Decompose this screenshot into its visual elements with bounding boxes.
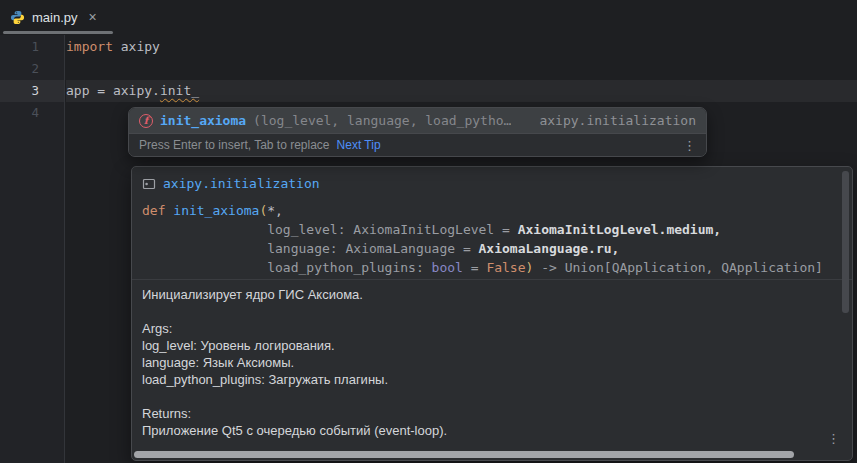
line-number: 4 [0,102,64,124]
more-options-icon[interactable]: ⋮ [827,431,840,446]
editor-tab-bar: main.py × [0,0,857,35]
doc-signature: def init_axioma(*, log_level: AxiomaInit… [142,201,823,277]
documentation-popup: axipy.initialization def init_axioma(*, … [131,166,853,461]
line-number: 1 [0,36,64,58]
typed-identifier: init_ [160,83,199,98]
editor-gutter: 1 2 3 4 [0,35,65,463]
line-number: 2 [0,58,64,80]
doc-text-line: Returns: [142,405,826,422]
signature-line: log_level: AxiomaInitLogLevel = AxiomaIn… [142,220,823,239]
vertical-scrollbar-thumb[interactable] [842,171,849,313]
signature-line: load_python_plugins: bool = False) -> Un… [142,258,823,277]
close-icon[interactable]: × [89,10,97,24]
doc-text-line [142,303,826,320]
completion-module: axipy.initialization [539,113,696,128]
doc-text-line [142,388,826,405]
code-line-1[interactable]: import axipy [66,36,160,58]
line-number-current: 3 [0,80,64,102]
tab-title: main.py [32,10,78,25]
doc-header: axipy.initialization [142,176,320,191]
tab-main-py[interactable]: main.py × [10,4,97,30]
python-icon [10,10,25,25]
doc-text-line: language: Язык Аксиомы. [142,354,826,371]
horizontal-scrollbar-thumb[interactable] [134,451,794,458]
doc-module-path: axipy.initialization [163,176,320,191]
doc-separator [132,279,852,280]
doc-text-line: Инициализирует ядро ГИС Аксиома. [142,286,826,303]
function-icon: f [139,114,153,128]
doc-text-line: Приложение Qt5 с очередью событий (event… [142,422,826,439]
completion-hint-row: Press Enter to insert, Tab to replace Ne… [129,134,706,156]
completion-item-selected[interactable]: f init_axioma (log_level, language, load… [129,108,706,134]
more-options-icon[interactable]: ⋮ [683,138,696,153]
signature-line: language: AxiomaLanguage = AxiomaLanguag… [142,239,823,258]
ide-window: main.py × 1 2 3 4 import axipy app = axi… [0,0,857,463]
import-module: axipy [113,39,160,54]
package-icon [142,177,156,191]
doc-text-line: log_level: Уровень логирования. [142,337,826,354]
completion-name: init_axioma [160,113,246,128]
completion-params: (log_level, language, load_pytho… [253,113,511,128]
doc-text-line: Args: [142,320,826,337]
code-line-3[interactable]: app = axipy.init_ [66,80,199,102]
completion-popup: f init_axioma (log_level, language, load… [128,107,707,157]
active-tab-indicator [3,31,113,34]
signature-line: def init_axioma(*, [142,201,823,220]
code-text: app = axipy. [66,83,160,98]
doc-description: Инициализирует ядро ГИС Аксиома. Args: l… [142,286,826,439]
hint-text: Press Enter to insert, Tab to replace [139,138,330,152]
next-tip-link[interactable]: Next Tip [337,138,381,152]
doc-text-line: load_python_plugins: Загружать плагины. [142,371,826,388]
import-keyword: import [66,39,113,54]
